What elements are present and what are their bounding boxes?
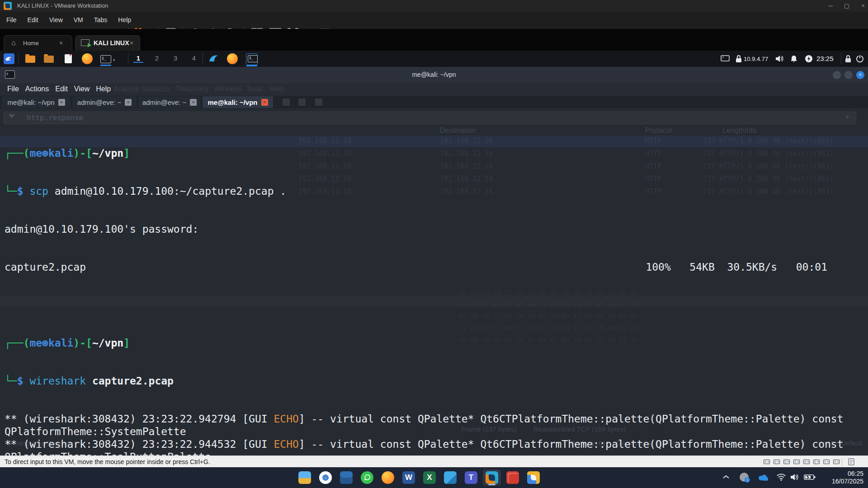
- logout-icon[interactable]: [856, 55, 864, 63]
- close-button[interactable]: ×: [855, 0, 868, 12]
- close-terminal-button[interactable]: ×: [856, 71, 864, 79]
- vmware-menu-vm[interactable]: VM: [68, 12, 89, 29]
- taskbar-app-whatsapp[interactable]: [358, 469, 376, 486]
- taskbar-app-vscode[interactable]: [441, 469, 459, 486]
- network-adapter-icon[interactable]: [783, 458, 791, 465]
- maximize-button[interactable]: ▢: [839, 0, 854, 12]
- firefox-task-icon[interactable]: [227, 53, 238, 64]
- terminal-titlebar[interactable]: $ me@kali: ~/vpn ─ ▢ ×: [0, 67, 868, 84]
- vmware-logo-icon: [4, 2, 12, 10]
- windows-taskbar: WXT i 06:25 16/07/2025: [0, 467, 868, 488]
- close-tab-icon[interactable]: ×: [58, 99, 65, 106]
- taskbar-app-start-button[interactable]: [275, 469, 293, 486]
- minimize-button[interactable]: ─: [823, 0, 838, 12]
- teams-icon: T: [465, 471, 477, 484]
- close-tab-icon[interactable]: ×: [59, 39, 63, 47]
- vmware-menu-edit[interactable]: Edit: [22, 12, 44, 29]
- vmware-tab-home[interactable]: ⌂ Home ×: [4, 35, 72, 51]
- usb-controller-icon[interactable]: [793, 458, 801, 465]
- taskbar-app-word[interactable]: W: [400, 469, 418, 486]
- display-settings-icon[interactable]: [721, 55, 730, 63]
- ghost-filter-funnel-icon: [9, 114, 15, 118]
- cd-rom-icon[interactable]: [773, 458, 781, 465]
- terminal-launcher-icon[interactable]: $_: [100, 53, 111, 64]
- vmware-menu-file[interactable]: File: [1, 12, 22, 29]
- vmware-workstation-icon: [486, 471, 498, 484]
- terminal-tab-1[interactable]: admin@eve: ~×: [72, 96, 137, 108]
- onedrive-cloud-icon[interactable]: [758, 474, 769, 482]
- password-prompt-line: admin@10.10.179.100's password:: [5, 223, 866, 235]
- vmware-tab-kali[interactable]: KALI LINUX ×: [75, 35, 140, 51]
- message-log-icon[interactable]: [848, 458, 856, 465]
- taskbar-app-photos[interactable]: [524, 469, 542, 486]
- kali-menu-icon[interactable]: [4, 53, 14, 64]
- prompt-line: ┌──(me⊛kali)-[~/vpn]: [5, 147, 866, 160]
- taskbar-app-red-pixel-app[interactable]: [504, 469, 522, 486]
- terminal-output: ┌──(me⊛kali)-[~/vpn] └─$ scp admin@10.10…: [5, 122, 866, 488]
- terminal-menu-help[interactable]: Help: [96, 85, 111, 93]
- taskbar-app-file-explorer[interactable]: [296, 469, 314, 486]
- workspace-1[interactable]: 1: [133, 54, 143, 63]
- terminal-content[interactable]: http.response + DestinationProtocolLengt…: [0, 108, 868, 455]
- taskbar-app-excel[interactable]: X: [420, 469, 439, 486]
- vmware-menu-tabs[interactable]: Tabs: [89, 12, 113, 29]
- terminal-menu-edit[interactable]: Edit: [55, 85, 68, 93]
- terminal-tab-2[interactable]: admin@eve: ~×: [138, 96, 201, 108]
- battery-icon[interactable]: [804, 474, 816, 481]
- taskbar-app-vmware-workstation[interactable]: [483, 469, 501, 486]
- chrome-icon: [319, 471, 332, 484]
- workspace-4[interactable]: 4: [189, 54, 199, 62]
- archive-manager-icon[interactable]: [44, 53, 55, 64]
- taskbar-app-teams[interactable]: T: [462, 469, 480, 486]
- close-tab-icon[interactable]: ×: [261, 99, 268, 106]
- terminal-task-icon[interactable]: $_: [246, 53, 258, 65]
- terminal-tabbar: me@kali: ~/vpn×admin@eve: ~×admin@eve: ~…: [0, 96, 868, 108]
- display-icon[interactable]: [833, 458, 840, 465]
- vmware-menu-view[interactable]: View: [44, 12, 68, 29]
- camera-icon[interactable]: [803, 458, 811, 465]
- workspace-3[interactable]: 3: [170, 54, 180, 62]
- power-manager-icon[interactable]: [805, 55, 813, 63]
- vmware-menu-help[interactable]: Help: [113, 12, 137, 29]
- taskbar-clock[interactable]: 06:25 16/07/2025: [832, 470, 863, 485]
- terminal-tab-3[interactable]: me@kali: ~/vpn×: [203, 96, 273, 108]
- onedrive-status-icon[interactable]: i: [740, 473, 749, 482]
- notifications-bell-icon[interactable]: [790, 55, 797, 63]
- ghost-filter-add-icon: +: [845, 113, 849, 121]
- tray-chevron-icon[interactable]: [722, 474, 730, 481]
- terminal-menu-view[interactable]: View: [74, 85, 90, 93]
- terminal-dropdown-icon[interactable]: ▾: [113, 58, 115, 62]
- taskbar-app-chrome[interactable]: [316, 469, 335, 486]
- command-line-wireshark: └─$ wireshark capture2.pcap: [5, 375, 866, 387]
- sound-icon[interactable]: [813, 458, 821, 465]
- wireshark-task-icon[interactable]: [208, 53, 219, 64]
- workspace-2[interactable]: 2: [152, 54, 162, 62]
- taskbar-app-firefox[interactable]: [379, 469, 397, 486]
- ghost-menu-help: Help: [269, 85, 284, 93]
- terminal-menu-actions[interactable]: Actions: [25, 85, 49, 93]
- whatsapp-icon: [361, 471, 373, 484]
- file-manager-icon[interactable]: [25, 53, 36, 64]
- close-tab-icon[interactable]: ×: [125, 99, 132, 106]
- printer-icon[interactable]: [823, 458, 830, 465]
- wifi-icon[interactable]: [777, 474, 786, 481]
- maximize-terminal-button[interactable]: ▢: [844, 71, 853, 79]
- firefox-launcher-icon[interactable]: [82, 53, 93, 64]
- panel-clock[interactable]: 23:25: [816, 55, 834, 62]
- close-tab-icon[interactable]: ×: [130, 39, 133, 47]
- text-editor-icon[interactable]: [63, 53, 74, 64]
- lock-screen-icon[interactable]: [845, 55, 851, 63]
- volume-icon[interactable]: [775, 55, 784, 63]
- close-tab-icon[interactable]: ×: [190, 99, 197, 106]
- wireshark-palette-line: QPlatformTheme::SystemPalette: [5, 425, 866, 438]
- command-line-scp: └─$ scp admin@10.10.179.100:~/capture2.p…: [5, 185, 866, 197]
- terminal-menu-file[interactable]: File: [7, 85, 19, 93]
- taskbar-app-calculator[interactable]: [337, 469, 355, 486]
- vpn-lock-icon[interactable]: [736, 55, 742, 63]
- terminal-tab-0[interactable]: me@kali: ~/vpn×: [2, 96, 71, 108]
- vmware-titlebar: KALI LINUX - VMware Workstation ─ ▢ ×: [0, 0, 868, 12]
- minimize-terminal-button[interactable]: ─: [833, 71, 841, 79]
- speaker-icon[interactable]: [790, 474, 799, 481]
- vpn-ip-label[interactable]: 10.9.4.77: [744, 56, 768, 62]
- hard-disk-icon[interactable]: [763, 458, 771, 465]
